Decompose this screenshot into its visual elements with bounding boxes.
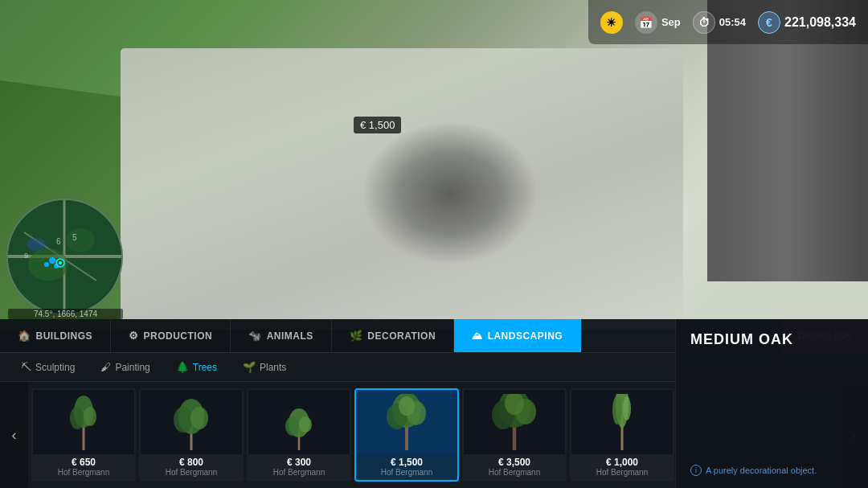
tab-landscaping[interactable]: ⛰ LANDSCAPING — [454, 319, 581, 352]
tree-preview-2 — [141, 390, 242, 454]
item-title: MEDIUM OAK — [690, 331, 854, 348]
time-widget: ⏱ 05:54 — [693, 11, 746, 34]
svg-point-18 — [84, 407, 96, 426]
svg-point-21 — [174, 407, 193, 433]
decoration-icon: 🌿 — [350, 330, 363, 342]
tree-brand-5: Hof Bergmann — [467, 468, 562, 477]
tree-brand-3: Hof Bergmann — [252, 468, 346, 477]
sculpting-icon: ⛏ — [21, 361, 31, 373]
tree-preview-1 — [33, 390, 134, 454]
svg-point-12 — [44, 262, 49, 267]
tree-price-1: € 650 — [36, 457, 131, 468]
tree-preview-3 — [248, 390, 350, 454]
buildings-icon: 🏠 — [18, 330, 31, 342]
world-price-tag: € 1,500 — [354, 117, 401, 133]
svg-point-33 — [399, 396, 415, 416]
month-label: Sep — [661, 16, 681, 28]
tree-icon: 🌲 — [176, 361, 189, 373]
item-list-area: ‹ € 650 Hof Bergmann — [0, 382, 868, 488]
subtab-plants-label: Plants — [260, 362, 286, 373]
svg-point-14 — [59, 261, 62, 265]
svg-point-5 — [66, 228, 95, 252]
tab-buildings-label: BUILDINGS — [36, 330, 93, 342]
subtab-painting-label: Painting — [115, 362, 149, 373]
tree-brand-6: Hof Bergmann — [575, 468, 669, 477]
tab-decoration-label: DECORATION — [367, 330, 436, 342]
tree-item-6[interactable]: € 1,000 Hof Bergmann — [570, 388, 674, 482]
item-description: i A purely decorational object. — [690, 465, 854, 476]
svg-text:6: 6 — [56, 237, 61, 246]
tree-brand-4: Hof Bergmann — [359, 468, 454, 477]
month-widget: 📅 Sep — [635, 11, 681, 34]
tree-info-5: € 3,500 Hof Bergmann — [464, 454, 565, 478]
svg-text:5: 5 — [72, 233, 77, 242]
tab-buildings[interactable]: 🏠 BUILDINGS — [0, 319, 111, 352]
plants-icon: 🌱 — [243, 361, 256, 373]
subtab-plants[interactable]: 🌱 Plants — [231, 358, 297, 376]
calendar-icon: 📅 — [635, 11, 657, 34]
svg-text:9: 9 — [24, 252, 28, 260]
tab-production-label: PRODUCTION — [144, 330, 213, 342]
painting-icon: 🖌 — [100, 361, 111, 373]
tab-decoration[interactable]: 🌿 DECORATION — [332, 319, 454, 352]
minimap-coords: 74.5°, 1666, 1474 — [8, 309, 123, 319]
tab-animals[interactable]: 🐄 ANIMALS — [231, 319, 332, 352]
tree-brand-1: Hof Bergmann — [36, 468, 131, 477]
svg-point-25 — [285, 416, 300, 436]
tree-price-2: € 800 — [144, 457, 239, 468]
tree-brand-2: Hof Bergmann — [144, 468, 239, 477]
tree-price-5: € 3,500 — [467, 457, 562, 468]
svg-point-44 — [623, 396, 631, 420]
time-value: 05:54 — [719, 16, 746, 28]
top-hud: ☀ 📅 Sep ⏱ 05:54 € 221,098,334 — [588, 0, 868, 44]
svg-point-17 — [70, 407, 84, 429]
tab-landscaping-label: LANDSCAPING — [488, 330, 563, 342]
tree-item-4[interactable]: € 1,500 Hof Bergmann — [354, 388, 459, 482]
svg-point-22 — [190, 407, 208, 429]
subtab-trees-label: Trees — [193, 362, 217, 373]
clock-icon: ⏱ — [693, 11, 715, 34]
tab-animals-label: ANIMALS — [267, 330, 313, 342]
tree-item-3[interactable]: € 300 Hof Bergmann — [247, 388, 351, 482]
svg-point-26 — [299, 416, 312, 433]
subtab-trees[interactable]: 🌲 Trees — [165, 358, 228, 376]
tree-item-2[interactable]: € 800 Hof Bergmann — [139, 388, 244, 482]
tree-item-5[interactable]: € 3,500 Hof Bergmann — [462, 388, 567, 482]
nav-left-arrow[interactable]: ‹ — [0, 382, 28, 488]
subtab-sculpting[interactable]: ⛏ Sculpting — [10, 358, 86, 376]
tree-item-1[interactable]: € 650 Hof Bergmann — [31, 388, 136, 482]
money-value: 221,098,334 — [784, 15, 856, 30]
item-desc-text: A purely decorational object. — [706, 465, 817, 475]
money-widget: € 221,098,334 — [758, 11, 856, 34]
landscaping-icon: ⛰ — [472, 330, 483, 342]
right-panel: MEDIUM OAK i A purely decorational objec… — [675, 319, 868, 488]
svg-point-6 — [27, 238, 46, 251]
game-world: € 1,500 ☀ 📅 Sep ⏱ 05:54 € 221,098,334 — [0, 0, 868, 330]
tree-info-3: € 300 Hof Bergmann — [248, 454, 350, 478]
animals-icon: 🐄 — [248, 330, 262, 342]
currency-icon: € — [758, 11, 780, 34]
tab-production[interactable]: ⚙ PRODUCTION — [111, 319, 231, 352]
scene-shadow — [362, 121, 538, 265]
bottom-panel: 🏠 BUILDINGS ⚙ PRODUCTION 🐄 ANIMALS 🌿 DEC… — [0, 319, 868, 488]
sun-icon: ☀ — [600, 11, 623, 34]
info-icon: i — [690, 465, 702, 476]
tree-info-2: € 800 Hof Bergmann — [141, 454, 242, 478]
tree-info-6: € 1,000 Hof Bergmann — [571, 454, 673, 478]
tree-preview-5 — [464, 390, 565, 454]
tree-price-3: € 300 — [252, 457, 346, 468]
tree-price-4: € 1,500 — [359, 457, 454, 468]
svg-point-10 — [49, 257, 55, 264]
tree-preview-6 — [571, 390, 673, 454]
tree-info-1: € 650 Hof Bergmann — [33, 454, 134, 478]
tree-preview-4 — [356, 390, 457, 454]
weather-widget: ☀ — [600, 11, 623, 34]
subtab-sculpting-label: Sculpting — [35, 362, 75, 373]
subtab-painting[interactable]: 🖌 Painting — [89, 358, 161, 376]
minimap: 6 5 9 — [6, 199, 123, 315]
tree-price-6: € 1,000 — [575, 457, 669, 468]
tree-info-4: € 1,500 Hof Bergmann — [356, 454, 457, 478]
production-icon: ⚙ — [129, 330, 139, 342]
svg-point-43 — [612, 396, 622, 424]
